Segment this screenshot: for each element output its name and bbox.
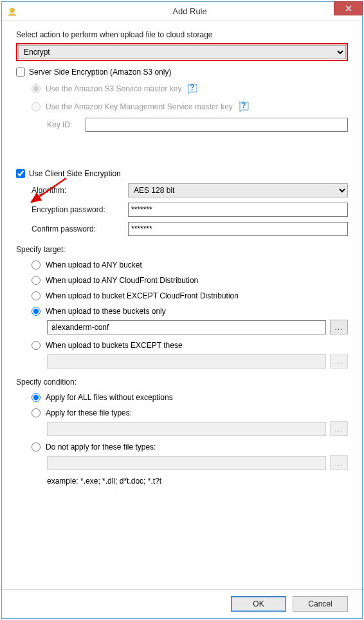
cond-these-label: Apply for these file types:: [46, 408, 132, 417]
cse-confirm-label: Confirm password:: [32, 224, 128, 233]
cancel-button[interactable]: Cancel: [293, 596, 348, 612]
cond-not-these-label: Do not apply for these file types:: [46, 442, 156, 451]
target-any-bucket-label: When upload to ANY bucket: [46, 260, 142, 269]
target-section-label: Specify target:: [16, 245, 348, 254]
target-except-cf-radio[interactable]: [32, 291, 41, 300]
target-except-these-row: When upload to buckets EXCEPT these: [32, 341, 348, 350]
browse-button: ...: [330, 455, 348, 470]
encryption-password-input[interactable]: [128, 203, 348, 217]
target-except-cf-label: When upload to bucket EXCEPT CloudFront …: [46, 291, 239, 300]
sse-master-row: Use the Amazon S3 Service master key ?: [32, 83, 348, 95]
target-any-bucket-row: When upload to ANY bucket: [32, 260, 348, 269]
cse-pass-row: Encryption password:: [32, 203, 348, 217]
svg-point-1: [11, 9, 12, 10]
sse-kms-radio: [32, 102, 41, 111]
sse-keyid-label: Key ID:: [47, 120, 86, 129]
cond-not-these-radio[interactable]: [32, 442, 41, 451]
browse-button: ...: [330, 354, 348, 369]
help-icon[interactable]: ?: [238, 101, 250, 113]
browse-button[interactable]: ...: [330, 320, 348, 334]
app-icon: [7, 6, 17, 17]
window-title: Add Rule: [17, 6, 362, 16]
target-any-cf-label: When upload to ANY CloudFront Distributi…: [46, 276, 198, 285]
svg-text:?: ?: [190, 83, 195, 92]
cond-these-input: [47, 422, 326, 436]
target-except-these-radio[interactable]: [32, 341, 41, 350]
condition-section-label: Specify condition:: [16, 378, 348, 387]
sse-checkbox-row: Server Side Encryption (Amazon S3 only): [16, 68, 348, 77]
target-except-cf-row: When upload to bucket EXCEPT CloudFront …: [32, 291, 348, 300]
cse-checkbox[interactable]: [16, 169, 25, 178]
dialog-content: Select action to perform when upload fil…: [2, 21, 362, 589]
sse-kms-row: Use the Amazon Key Management Service ma…: [32, 101, 348, 113]
svg-point-2: [13, 9, 14, 10]
target-these-only-radio[interactable]: [32, 307, 41, 316]
close-button[interactable]: [334, 1, 363, 15]
close-icon: [345, 5, 352, 12]
cse-confirm-row: Confirm password:: [32, 222, 348, 236]
action-select[interactable]: Encrypt: [18, 45, 346, 59]
dialog-footer: OK Cancel: [2, 589, 362, 618]
sse-keyid-row: Key ID:: [47, 118, 348, 132]
cond-all-radio[interactable]: [32, 393, 41, 402]
cse-checkbox-row: Use Client Side Encryption: [16, 169, 348, 178]
cond-not-these-input: [47, 456, 326, 470]
target-any-bucket-radio[interactable]: [32, 260, 41, 269]
sse-checkbox[interactable]: [16, 68, 25, 77]
target-these-only-label: When upload to these buckets only: [46, 307, 166, 316]
cond-these-input-row: ...: [47, 421, 348, 436]
target-any-cf-radio[interactable]: [32, 276, 41, 285]
target-except-input: [47, 354, 326, 369]
cond-all-row: Apply for ALL files without exceptions: [32, 393, 348, 402]
cse-pass-label: Encryption password:: [32, 205, 128, 214]
browse-button: ...: [330, 421, 348, 436]
cse-algo-label: Algorithm:: [32, 186, 128, 195]
sse-kms-label: Use the Amazon Key Management Service ma…: [46, 102, 233, 111]
svg-text:?: ?: [241, 101, 246, 110]
target-any-cf-row: When upload to ANY CloudFront Distributi…: [32, 276, 348, 285]
target-these-only-row: When upload to these buckets only: [32, 307, 348, 316]
confirm-password-input[interactable]: [128, 222, 348, 236]
sse-label: Server Side Encryption (Amazon S3 only): [29, 68, 171, 77]
cond-all-label: Apply for ALL files without exceptions: [46, 393, 173, 402]
cond-these-radio[interactable]: [32, 408, 41, 417]
target-these-input-row: ...: [47, 320, 348, 334]
cond-not-these-input-row: ...: [47, 455, 348, 470]
dialog-window: Add Rule Select action to perform when u…: [1, 1, 363, 619]
example-text: example: *.exe; *.dll; d*t.doc; *.t?t: [47, 477, 348, 486]
sse-keyid-input: [86, 118, 348, 132]
target-except-these-label: When upload to buckets EXCEPT these: [46, 341, 183, 350]
action-select-highlight: Encrypt: [16, 43, 348, 61]
algorithm-select[interactable]: AES 128 bit: [128, 183, 348, 197]
instruction-label: Select action to perform when upload fil…: [16, 30, 348, 39]
cond-these-row: Apply for these file types:: [32, 408, 348, 417]
sse-master-radio: [32, 84, 41, 93]
cse-algo-row: Algorithm: AES 128 bit: [32, 183, 348, 197]
cse-label: Use Client Side Encryption: [29, 169, 121, 178]
target-except-input-row: ...: [47, 354, 348, 369]
titlebar: Add Rule: [2, 2, 362, 21]
help-icon[interactable]: ?: [187, 83, 198, 95]
target-these-input[interactable]: [47, 320, 326, 334]
sse-master-label: Use the Amazon S3 Service master key: [46, 84, 181, 93]
cond-not-these-row: Do not apply for these file types:: [32, 442, 348, 451]
ok-button[interactable]: OK: [231, 596, 286, 612]
